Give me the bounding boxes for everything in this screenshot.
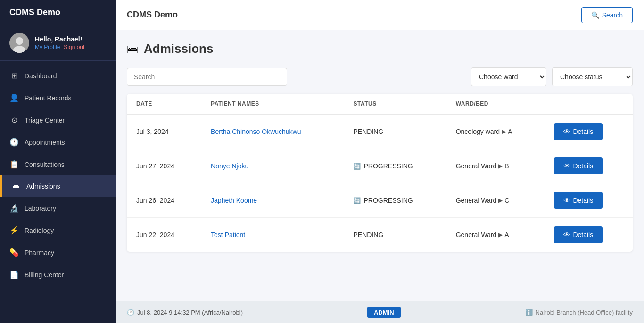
col-ward-bed: WARD/BED	[446, 94, 545, 114]
sidebar-label-laboratory: Laboratory	[25, 205, 56, 212]
ward-name: Oncology ward	[456, 128, 500, 135]
role-badge: ADMIN	[367, 307, 401, 318]
sidebar-item-consultations[interactable]: 📋 Consultations	[0, 153, 116, 175]
sidebar-item-dashboard[interactable]: ⊞ Dashboard	[0, 65, 116, 87]
details-button-2[interactable]: 👁 Details	[554, 192, 603, 209]
sidebar-label-admissions: Admissions	[26, 182, 60, 190]
action-cell: 👁 Details	[545, 218, 633, 252]
status-cell-3: PENDING	[353, 231, 383, 239]
my-profile-link[interactable]: My Profile	[35, 44, 60, 50]
sign-out-link[interactable]: Sign out	[64, 44, 84, 50]
info-icon: ℹ️	[525, 309, 533, 316]
nav-menu: ⊞ Dashboard 👤 Patient Records ⊙ Triage C…	[0, 61, 116, 323]
search-button[interactable]: 🔍 Search	[581, 7, 633, 23]
ward-cell: General Ward ▶ B	[446, 149, 545, 183]
patient-name-cell[interactable]: Nonye Njoku	[201, 149, 344, 183]
ward-cell: Oncology ward ▶ A	[446, 114, 545, 149]
sidebar-label-patient-records: Patient Records	[25, 94, 72, 102]
details-eye-icon: 👁	[563, 231, 570, 239]
date-cell: Jul 3, 2024	[127, 114, 201, 149]
details-label: Details	[573, 197, 593, 204]
footer-time: 🕐 Jul 8, 2024 9:14:32 PM (Africa/Nairobi…	[127, 309, 243, 316]
details-eye-icon: 👁	[563, 197, 570, 204]
table-row: Jul 3, 2024 Bertha Chinonso Okwuchukwu P…	[127, 114, 633, 149]
patient-name-cell[interactable]: Japheth Koome	[201, 183, 344, 218]
status-select[interactable]: Choose status PENDING PROGRESSING	[552, 67, 633, 86]
sidebar-item-appointments[interactable]: 🕐 Appointments	[0, 131, 116, 153]
patient-records-icon: 👤	[9, 93, 19, 102]
table-row: Jun 26, 2024 Japheth Koome 🔄PROGRESSING …	[127, 183, 633, 218]
details-button-3[interactable]: 👁 Details	[554, 226, 603, 243]
table-row: Jun 27, 2024 Nonye Njoku 🔄PROGRESSING Ge…	[127, 149, 633, 183]
details-eye-icon: 👁	[563, 162, 570, 170]
ward-select[interactable]: Choose ward Oncology ward General Ward	[471, 67, 546, 86]
patient-link-2[interactable]: Japheth Koome	[211, 197, 257, 204]
col-actions	[545, 94, 633, 114]
ward-name: General Ward	[456, 162, 497, 170]
arrow-icon: ▶	[498, 163, 503, 169]
svg-point-1	[16, 37, 23, 45]
sidebar-item-radiology[interactable]: ⚡ Radiology	[0, 219, 116, 241]
footer-timestamp: Jul 8, 2024 9:14:32 PM (Africa/Nairobi)	[137, 309, 243, 316]
topbar-title: CDMS Demo	[127, 10, 178, 20]
radiology-icon: ⚡	[9, 226, 19, 235]
user-info: Hello, Rachael! My Profile Sign out	[35, 35, 84, 50]
sidebar-item-laboratory[interactable]: 🔬 Laboratory	[0, 197, 116, 219]
patient-name-cell[interactable]: Bertha Chinonso Okwuchukwu	[201, 114, 344, 149]
topbar: CDMS Demo 🔍 Search	[116, 0, 644, 30]
details-label: Details	[573, 162, 593, 170]
details-button-0[interactable]: 👁 Details	[554, 123, 603, 140]
arrow-icon: ▶	[502, 128, 506, 135]
user-greeting: Hello, Rachael!	[35, 35, 84, 43]
action-cell: 👁 Details	[545, 114, 633, 149]
patient-link-3[interactable]: Test Patient	[211, 231, 245, 239]
arrow-icon: ▶	[498, 232, 503, 238]
laboratory-icon: 🔬	[9, 204, 19, 213]
action-cell: 👁 Details	[545, 183, 633, 218]
table-body: Jul 3, 2024 Bertha Chinonso Okwuchukwu P…	[127, 114, 633, 252]
facility-name: Nairobi Branch (Head Office) facility	[536, 309, 633, 316]
patient-link-0[interactable]: Bertha Chinonso Okwuchukwu	[211, 128, 301, 135]
sidebar-label-consultations: Consultations	[25, 161, 65, 168]
status-td: 🔄PROGRESSING	[344, 149, 446, 183]
details-label: Details	[573, 231, 593, 239]
status-cell-2: 🔄PROGRESSING	[353, 197, 437, 204]
sidebar-item-admissions[interactable]: 🛏 Admissions	[0, 175, 116, 197]
sidebar-label-dashboard: Dashboard	[25, 72, 57, 80]
arrow-icon: ▶	[498, 197, 503, 204]
sidebar-item-pharmacy[interactable]: 💊 Pharmacy	[0, 241, 116, 264]
sidebar-label-radiology: Radiology	[25, 227, 54, 234]
sidebar-brand: CDMS Demo	[0, 0, 116, 25]
triage-center-icon: ⊙	[9, 116, 19, 124]
sidebar: CDMS Demo Hello, Rachael! My Profile Sig…	[0, 0, 116, 323]
content-area: 🛏 Admissions Choose ward Oncology ward G…	[116, 30, 644, 301]
search-icon: 🔍	[591, 11, 599, 19]
refresh-icon: 🔄	[353, 197, 361, 204]
details-button-1[interactable]: 👁 Details	[554, 157, 603, 174]
appointments-icon: 🕐	[9, 138, 19, 147]
col-patient-names: PATIENT NAMES	[201, 94, 344, 114]
status-td: 🔄PROGRESSING	[344, 183, 446, 218]
sidebar-label-billing-center: Billing Center	[25, 271, 64, 279]
patient-name-cell[interactable]: Test Patient	[201, 218, 344, 252]
sidebar-item-billing-center[interactable]: 📄 Billing Center	[0, 264, 116, 286]
sidebar-item-triage-center[interactable]: ⊙ Triage Center	[0, 109, 116, 131]
search-input[interactable]	[127, 68, 287, 86]
sidebar-item-patient-records[interactable]: 👤 Patient Records	[0, 87, 116, 109]
admissions-icon: 🛏	[127, 42, 138, 56]
action-cell: 👁 Details	[545, 149, 633, 183]
page-title: Admissions	[144, 41, 213, 56]
bed-label: A	[504, 231, 509, 239]
ward-name: General Ward	[456, 197, 497, 204]
patient-link-1[interactable]: Nonye Njoku	[211, 162, 248, 170]
table-header: DATE PATIENT NAMES STATUS WARD/BED	[127, 94, 633, 114]
main-wrapper: CDMS Demo 🔍 Search 🛏 Admissions Choose w…	[116, 0, 644, 323]
col-status: STATUS	[344, 94, 446, 114]
sidebar-label-pharmacy: Pharmacy	[25, 249, 54, 257]
status-td: PENDING	[344, 114, 446, 149]
sidebar-user: Hello, Rachael! My Profile Sign out	[0, 25, 116, 61]
admissions-table: DATE PATIENT NAMES STATUS WARD/BED Jul 3…	[127, 94, 633, 252]
dashboard-icon: ⊞	[9, 71, 19, 80]
date-cell: Jun 27, 2024	[127, 149, 201, 183]
date-cell: Jun 26, 2024	[127, 183, 201, 218]
